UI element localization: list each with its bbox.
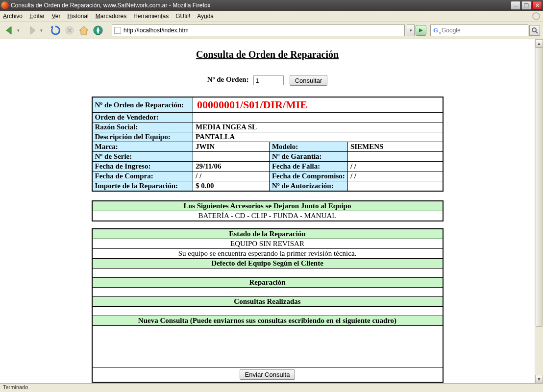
modelo-label: Modelo:: [269, 142, 347, 152]
search-submit-button[interactable]: [529, 25, 540, 36]
home-button[interactable]: [77, 24, 90, 37]
accesorios-table: Los Siguientes Accesorios se Dejaron Jun…: [92, 200, 444, 221]
autorizacion-value: [347, 181, 443, 192]
menu-editar[interactable]: Editar: [29, 13, 45, 20]
nueva-consulta-header: Nueva Consulta (Puede enviarnos sus cons…: [92, 316, 443, 326]
compromiso-label: Fecha de Compromiso:: [269, 172, 347, 181]
importe-value: $ 0.00: [193, 181, 270, 192]
page-content: Consulta de Orden de Reparación Nº de Or…: [0, 39, 535, 383]
order-number-input[interactable]: [253, 75, 284, 85]
menu-ver[interactable]: Ver: [51, 13, 60, 20]
menu-ayuda[interactable]: Ayuda: [197, 13, 214, 20]
stop-icon: [65, 25, 74, 35]
search-box[interactable]: G▾: [430, 24, 528, 36]
navigation-toolbar: ▾ ▾ ▾ G▾: [0, 22, 543, 39]
reload-button[interactable]: [49, 24, 62, 37]
menu-gutil[interactable]: GUtil!: [175, 13, 190, 20]
content-viewport: Consulta de Orden de Reparación Nº de Or…: [0, 39, 543, 383]
go-arrow-icon: [418, 27, 424, 33]
forward-dropdown[interactable]: ▾: [40, 28, 45, 33]
reload-icon: [50, 25, 61, 36]
activity-throbber-icon: [532, 12, 540, 20]
nueva-consulta-textarea[interactable]: [93, 326, 443, 365]
menu-archivo[interactable]: Archivo: [3, 13, 23, 20]
url-input[interactable]: [123, 27, 402, 34]
home-icon: [78, 25, 89, 36]
reparacion-header: Reparación: [92, 278, 443, 288]
compra-value: / /: [193, 172, 270, 181]
google-icon[interactable]: G▾: [432, 26, 440, 34]
consultas-header: Consultas Realizadas: [92, 297, 443, 307]
orden-value: 00000001/S01/DIR/MIE: [193, 97, 443, 113]
vertical-scrollbar[interactable]: ▲ ▼: [535, 39, 543, 383]
status-bar: Terminado: [0, 383, 543, 392]
svg-point-2: [532, 28, 536, 32]
autorizacion-label: Nº de Autorización:: [269, 181, 347, 192]
back-button[interactable]: [3, 24, 16, 37]
maximize-button[interactable]: ❐: [521, 1, 531, 10]
search-input[interactable]: [442, 27, 527, 34]
stop-button[interactable]: [63, 24, 76, 37]
menu-herramientas[interactable]: Herramientas: [133, 13, 169, 20]
falla-value: / /: [347, 162, 443, 172]
accesorios-value: BATERÍA - CD - CLIP - FUNDA - MANUAL: [92, 211, 443, 221]
scroll-thumb[interactable]: [536, 48, 543, 327]
order-query-form: Nº de Orden: Consultar: [0, 75, 535, 86]
garantia-label: Nº de Garantía:: [269, 152, 347, 162]
defecto-header: Defecto del Equipo Según el Cliente: [92, 259, 443, 269]
vendedor-label: Orden de Vendedor:: [92, 113, 193, 122]
ingreso-label: Fecha de Ingreso:: [92, 162, 193, 172]
marca-label: Marca:: [92, 142, 193, 152]
garantia-value: [347, 152, 443, 162]
gutil-button[interactable]: [92, 24, 104, 37]
reparacion-value: [92, 288, 443, 297]
modelo-value: SIEMENS: [347, 142, 443, 152]
status-text: Terminado: [3, 384, 28, 390]
url-bar[interactable]: [112, 24, 405, 36]
marca-value: JWIN: [193, 142, 270, 152]
close-button[interactable]: ✕: [532, 1, 542, 10]
url-dropdown[interactable]: ▾: [407, 24, 415, 36]
minimize-button[interactable]: –: [511, 1, 520, 10]
estado-table: Estado de la Reparación EQUIPO SIN REVIS…: [92, 228, 444, 383]
menu-marcadores[interactable]: Marcadores: [96, 13, 126, 20]
desc-label: Descripción del Equipo:: [92, 132, 193, 142]
menu-historial[interactable]: Historial: [67, 13, 88, 20]
scroll-down-button[interactable]: ▼: [535, 375, 543, 383]
forward-button[interactable]: [26, 24, 39, 37]
vendedor-value: [193, 113, 443, 122]
importe-label: Importe de la Reparación:: [92, 181, 193, 192]
estado-status: EQUIPO SIN REVISAR: [92, 239, 443, 249]
window-titlebar: Consulta de Orden de Reparación, www.Sat…: [0, 0, 543, 11]
scroll-track[interactable]: [535, 48, 543, 375]
desc-value: PANTALLA: [193, 132, 443, 142]
page-icon: [114, 27, 121, 34]
razon-value: MEDIA INGEA SL: [193, 122, 443, 132]
consultas-value: [92, 307, 443, 316]
defecto-value: [92, 269, 443, 278]
enviar-consulta-button[interactable]: Enviar Consulta: [240, 369, 296, 380]
razon-label: Razón Social:: [92, 122, 193, 132]
ingreso-value: 29/11/06: [193, 162, 270, 172]
magnifier-icon: [531, 27, 538, 34]
estado-note: Su equipo se encuentra esperando la prim…: [92, 249, 443, 259]
serie-label: Nº de Serie:: [92, 152, 193, 162]
menu-bar: Archivo Editar Ver Historial Marcadores …: [0, 11, 543, 22]
falla-label: Fecha de Falla:: [269, 162, 347, 172]
compra-label: Fecha de Compra:: [92, 172, 193, 181]
page-title: Consulta de Orden de Reparación: [0, 49, 535, 60]
accesorios-header: Los Siguientes Accesorios se Dejaron Jun…: [92, 201, 443, 211]
order-details-table: Nº de Orden de Reparación: 00000001/S01/…: [92, 97, 444, 192]
compromiso-value: / /: [347, 172, 443, 181]
firefox-icon: [1, 1, 9, 9]
go-button[interactable]: [416, 25, 426, 36]
consultar-button[interactable]: Consultar: [290, 75, 328, 86]
order-number-label: Nº de Orden:: [207, 75, 249, 83]
orden-label: Nº de Orden de Reparación:: [92, 97, 193, 113]
back-dropdown[interactable]: ▾: [17, 28, 22, 33]
scroll-up-button[interactable]: ▲: [535, 39, 543, 48]
estado-header: Estado de la Reparación: [92, 229, 443, 239]
serie-value: [193, 152, 270, 162]
compass-icon: [93, 25, 103, 36]
back-arrow-icon: [3, 24, 15, 36]
